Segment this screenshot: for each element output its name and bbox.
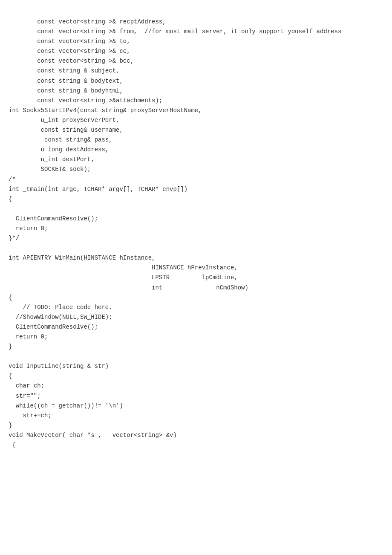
code-block: const vector<string >& recptAddress, con… xyxy=(9,17,383,450)
